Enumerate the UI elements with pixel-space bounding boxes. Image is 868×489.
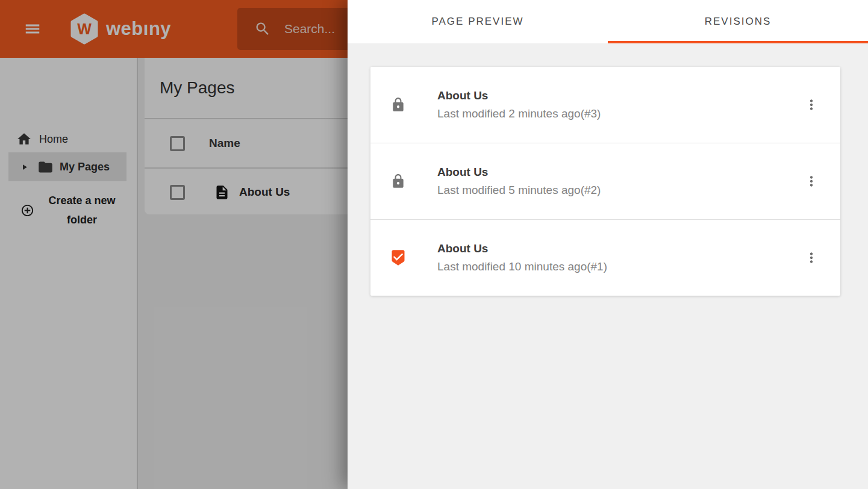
page-details-drawer: PAGE PREVIEW REVISIONS About Us Last mod… bbox=[348, 0, 868, 489]
more-options-button[interactable] bbox=[804, 96, 819, 114]
revision-list-item[interactable]: About Us Last modified 5 minutes ago(#2) bbox=[370, 143, 840, 219]
revision-list-item[interactable]: About Us Last modified 2 minutes ago(#3) bbox=[370, 67, 840, 143]
revisions-list-card: About Us Last modified 2 minutes ago(#3)… bbox=[370, 67, 840, 296]
revision-text: About Us Last modified 5 minutes ago(#2) bbox=[437, 165, 804, 198]
revision-title: About Us bbox=[437, 89, 804, 103]
revision-title: About Us bbox=[437, 241, 804, 256]
more-options-button[interactable] bbox=[804, 249, 819, 267]
lock-icon bbox=[389, 95, 407, 114]
revision-list-item[interactable]: About Us Last modified 10 minutes ago(#1… bbox=[370, 220, 840, 296]
drawer-tabbar: PAGE PREVIEW REVISIONS bbox=[348, 0, 868, 43]
active-tab-indicator bbox=[608, 41, 868, 43]
lock-icon bbox=[389, 172, 407, 191]
tab-revisions[interactable]: REVISIONS bbox=[608, 0, 868, 43]
revision-subtitle: Last modified 5 minutes ago(#2) bbox=[437, 183, 804, 198]
tab-page-preview[interactable]: PAGE PREVIEW bbox=[348, 0, 608, 43]
more-options-button[interactable] bbox=[804, 172, 819, 190]
revision-title: About Us bbox=[437, 165, 804, 179]
revision-text: About Us Last modified 2 minutes ago(#3) bbox=[437, 89, 804, 121]
revision-text: About Us Last modified 10 minutes ago(#1… bbox=[437, 241, 804, 274]
revision-subtitle: Last modified 10 minutes ago(#1) bbox=[437, 260, 804, 274]
revision-subtitle: Last modified 2 minutes ago(#3) bbox=[437, 107, 804, 121]
published-check-icon bbox=[389, 249, 407, 267]
screen: W webıny Search... Home My Pages Cre bbox=[0, 0, 868, 489]
